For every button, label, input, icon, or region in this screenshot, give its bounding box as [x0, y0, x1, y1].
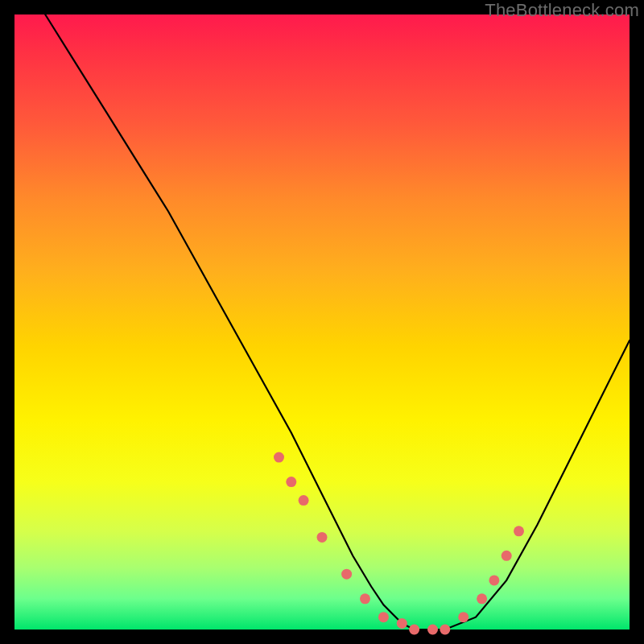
marker-dot [514, 526, 524, 536]
marker-dot [274, 452, 284, 463]
bottleneck-curve-path [45, 14, 630, 630]
marker-dot [286, 477, 296, 487]
plot-area [14, 14, 630, 630]
marker-dot [317, 532, 328, 543]
marker-group [274, 452, 524, 635]
marker-dot [378, 612, 389, 622]
marker-dot [502, 551, 512, 561]
marker-dot [299, 495, 309, 506]
marker-dot [397, 618, 407, 629]
marker-dot [360, 593, 370, 604]
marker-dot [489, 575, 499, 585]
marker-dot [440, 625, 450, 635]
chart-svg [14, 14, 630, 630]
watermark-text: TheBottleneck.com [485, 0, 639, 21]
chart-frame: TheBottleneck.com [0, 0, 644, 644]
marker-dot [458, 612, 469, 622]
marker-dot [477, 593, 487, 604]
marker-dot [341, 569, 352, 580]
marker-dot [409, 625, 419, 635]
marker-dot [427, 625, 438, 635]
